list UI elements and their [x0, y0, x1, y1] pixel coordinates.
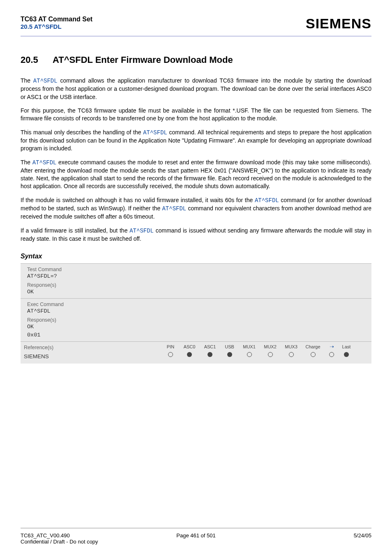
doc-title: TC63 AT Command Set — [21, 16, 92, 23]
paragraph-4: The AT^SFDL execute command causes the m… — [21, 159, 371, 191]
test-command-value: AT^SFDL=? — [24, 273, 368, 281]
reference-value: SIEMENS — [24, 351, 155, 362]
cmd-ref[interactable]: AT^SFDL — [143, 129, 167, 136]
syntax-heading: Syntax — [21, 253, 371, 260]
body-text: The AT^SFDL command allows the applicati… — [21, 77, 371, 249]
section-heading: AT^SFDL Enter Firmware Download Mode — [53, 55, 233, 65]
indicator-filled-icon — [227, 352, 232, 357]
brand-logo: SIEMENS — [306, 16, 371, 32]
syntax-table: Test Command AT^SFDL=? Response(s) OK Ex… — [21, 263, 371, 364]
paragraph-6: If a valid firmware is still installed, … — [21, 227, 371, 243]
indicator-open-icon — [168, 352, 173, 357]
col-asc1: ASC1 — [204, 344, 216, 349]
cmd-ref[interactable]: AT^SFDL — [162, 205, 186, 212]
section-title: 20.5AT^SFDL Enter Firmware Download Mode — [21, 55, 371, 65]
col-mux2: MUX2 — [264, 344, 277, 349]
col-usb: USB — [225, 344, 234, 349]
col-mux3: MUX3 — [285, 344, 297, 349]
footer-left: TC63_ATC_V00.490 Confidential / Draft - … — [21, 532, 136, 545]
paragraph-1: The AT^SFDL command allows the applicati… — [21, 77, 371, 101]
paragraph-3: This manual only describes the handling … — [21, 129, 371, 153]
indicator-open-icon — [247, 352, 252, 357]
indicator-open-icon — [268, 352, 273, 357]
cmd-ref[interactable]: AT^SFDL — [129, 228, 154, 234]
cmd-ref[interactable]: AT^SFDL — [32, 159, 57, 166]
indicator-open-icon — [311, 352, 316, 357]
footer-version: TC63_ATC_V00.490 — [21, 532, 136, 539]
airplane-icon: ➝ — [330, 343, 334, 350]
response-value: OK — [24, 288, 368, 297]
response-label: Response(s) — [24, 316, 368, 323]
cmd-ref[interactable]: AT^SFDL — [33, 78, 58, 84]
cmd-ref[interactable]: AT^SFDL — [255, 197, 279, 204]
col-pin: PIN — [167, 344, 174, 349]
indicator-open-icon — [289, 352, 294, 357]
indicator-filled-icon — [208, 352, 212, 357]
response-label: Response(s) — [24, 281, 368, 288]
paragraph-2: For this purpose, the TC63 firmware upda… — [21, 107, 371, 123]
reference-label: Reference(s) — [24, 343, 155, 351]
indicator-filled-icon — [187, 352, 192, 357]
footer-date: 5/24/05 — [256, 532, 371, 545]
exec-command-label: Exec Command — [24, 300, 368, 308]
page-header: TC63 AT Command Set 20.5 AT^SFDL SIEMENS — [21, 16, 371, 37]
exec-response-2: 0x01 — [24, 332, 368, 340]
col-asc0: ASC0 — [184, 344, 196, 349]
col-charge: Charge — [305, 344, 320, 349]
footer-page-number: Page 461 of 501 — [138, 532, 254, 545]
col-last: Last — [342, 344, 351, 349]
paragraph-5: If the module is switched on although it… — [21, 196, 371, 221]
header-left: TC63 AT Command Set 20.5 AT^SFDL — [21, 16, 92, 30]
exec-response-1: OK — [24, 323, 368, 332]
indicator-filled-icon — [344, 352, 349, 357]
section-nav-link[interactable]: 20.5 AT^SFDL — [21, 23, 92, 30]
indicator-open-icon — [329, 352, 334, 357]
page-footer: TC63_ATC_V00.490 Confidential / Draft - … — [21, 528, 371, 545]
footer-confidential: Confidential / Draft - Do not copy — [21, 539, 136, 545]
test-command-label: Test Command — [24, 265, 368, 273]
col-mux1: MUX1 — [243, 344, 256, 349]
exec-command-value: AT^SFDL — [24, 308, 368, 316]
section-number: 20.5 — [21, 55, 53, 65]
ref-columns-header: PIN ASC0 ASC1 USB MUX1 MUX2 MUX3 Charge … — [162, 343, 370, 350]
ref-values-row — [162, 350, 370, 359]
